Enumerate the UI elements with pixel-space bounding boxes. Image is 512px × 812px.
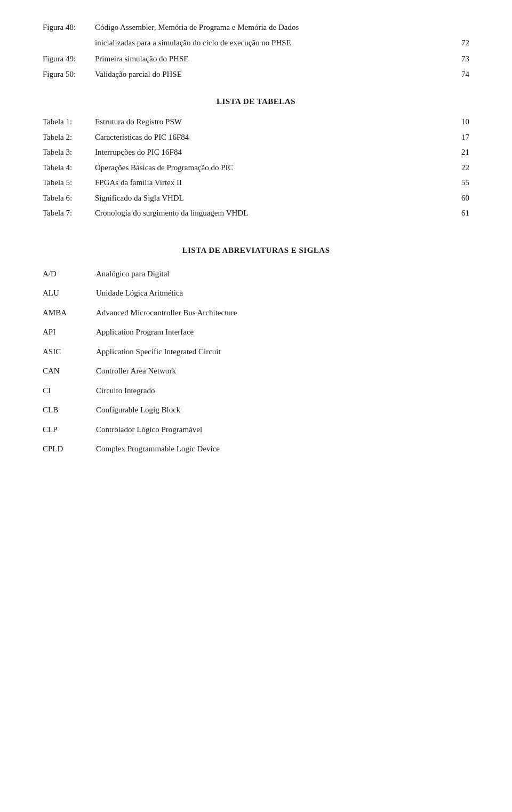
table-3-page: 21: [461, 146, 469, 158]
tables-section-title: LISTA DE TABELAS: [43, 97, 469, 106]
table-6-desc: Significado da Sigla VHDL: [95, 192, 453, 204]
abbrev-amba-label: AMBA: [43, 307, 96, 319]
table-5-entry: Tabela 5: FPGAs da família Virtex II 55: [43, 177, 469, 189]
table-7-page: 61: [461, 207, 469, 219]
figure-50-label: Figura 50:: [43, 68, 91, 81]
abbrev-api-label: API: [43, 326, 96, 338]
abbrev-ci-entry: CI Circuito Integrado: [43, 385, 469, 397]
tables-section: LISTA DE TABELAS Tabela 1: Estrutura do …: [43, 97, 469, 219]
abbrev-cpld-label: CPLD: [43, 443, 96, 455]
table-4-entry: Tabela 4: Operações Básicas de Programaç…: [43, 162, 469, 174]
figure-48-page-num: 72: [461, 37, 469, 49]
table-6-entry: Tabela 6: Significado da Sigla VHDL 60: [43, 192, 469, 204]
abbrev-ad-desc: Analógico para Digital: [96, 268, 469, 280]
table-1-page: 10: [461, 116, 469, 128]
figure-48-desc-line1: Código Assembler, Memória de Programa e …: [95, 21, 461, 34]
abbreviations-list: A/D Analógico para Digital ALU Unidade L…: [43, 268, 469, 455]
abbrev-clb-desc: Configurable Logig Block: [96, 404, 469, 416]
figure-48-label: Figura 48:: [43, 21, 91, 34]
abbrev-api-desc: Application Program Interface: [96, 326, 469, 338]
table-5-page: 55: [461, 177, 469, 189]
table-2-desc: Características do PIC 16F84: [95, 131, 453, 144]
table-4-page: 22: [461, 162, 469, 174]
abbrev-amba-entry: AMBA Advanced Microcontroller Bus Archit…: [43, 307, 469, 319]
table-1-label: Tabela 1:: [43, 116, 91, 128]
table-5-desc: FPGAs da família Virtex II: [95, 177, 453, 189]
table-1-entry: Tabela 1: Estrutura do Registro PSW 10: [43, 116, 469, 128]
abbrev-clp-entry: CLP Controlador Lógico Programável: [43, 424, 469, 436]
figure-48-entry: Figura 48: Código Assembler, Memória de …: [43, 21, 469, 34]
table-7-desc: Cronologia do surgimento da linguagem VH…: [95, 207, 453, 219]
abbrev-ad-label: A/D: [43, 268, 96, 280]
abbrev-alu-entry: ALU Unidade Lógica Aritmética: [43, 287, 469, 299]
abbrev-clp-desc: Controlador Lógico Programável: [96, 424, 469, 436]
table-2-label: Tabela 2:: [43, 131, 91, 144]
figure-48-block: Figura 48: Código Assembler, Memória de …: [43, 21, 469, 49]
figures-section: Figura 48: Código Assembler, Memória de …: [43, 21, 469, 80]
table-4-desc: Operações Básicas de Programação do PIC: [95, 162, 453, 174]
table-6-page: 60: [461, 192, 469, 204]
abbrev-asic-entry: ASIC Application Specific Integrated Cir…: [43, 346, 469, 358]
table-7-entry: Tabela 7: Cronologia do surgimento da li…: [43, 207, 469, 219]
abbrev-cpld-entry: CPLD Complex Programmable Logic Device: [43, 443, 469, 455]
table-1-desc: Estrutura do Registro PSW: [95, 116, 453, 128]
figure-48-continuation: inicializadas para a simulação do ciclo …: [43, 37, 469, 49]
abbrev-clp-label: CLP: [43, 424, 96, 436]
abbrev-can-desc: Controller Area Network: [96, 365, 469, 377]
abbrev-ci-desc: Circuito Integrado: [96, 385, 469, 397]
table-4-label: Tabela 4:: [43, 162, 91, 174]
figure-49-label: Figura 49:: [43, 53, 91, 65]
abbrev-ci-label: CI: [43, 385, 96, 397]
figure-49-desc: Primeira simulação do PHSE: [95, 53, 453, 65]
figure-49-page: 73: [461, 53, 469, 65]
table-5-label: Tabela 5:: [43, 177, 91, 189]
table-3-label: Tabela 3:: [43, 146, 91, 158]
abbrev-section: LISTA DE ABREVIATURAS E SIGLAS A/D Analó…: [43, 246, 469, 455]
table-2-entry: Tabela 2: Características do PIC 16F84 1…: [43, 131, 469, 144]
figure-50-desc: Validação parcial do PHSE: [95, 68, 453, 81]
table-6-label: Tabela 6:: [43, 192, 91, 204]
abbrev-ad-entry: A/D Analógico para Digital: [43, 268, 469, 280]
abbrev-can-label: CAN: [43, 365, 96, 377]
abbrev-clb-entry: CLB Configurable Logig Block: [43, 404, 469, 416]
abbrev-cpld-desc: Complex Programmable Logic Device: [96, 443, 469, 455]
figure-49-entry: Figura 49: Primeira simulação do PHSE 73: [43, 53, 469, 65]
abbrev-alu-desc: Unidade Lógica Aritmética: [96, 287, 469, 299]
abbrev-asic-label: ASIC: [43, 346, 96, 358]
table-3-desc: Interrupções do PIC 16F84: [95, 146, 453, 158]
abbrev-amba-desc: Advanced Microcontroller Bus Architectur…: [96, 307, 469, 319]
abbrev-section-title: LISTA DE ABREVIATURAS E SIGLAS: [43, 246, 469, 255]
figure-48-desc-line2: inicializadas para a simulação do ciclo …: [95, 37, 453, 49]
figure-50-page: 74: [461, 68, 469, 81]
abbrev-api-entry: API Application Program Interface: [43, 326, 469, 338]
abbrev-can-entry: CAN Controller Area Network: [43, 365, 469, 377]
abbrev-alu-label: ALU: [43, 287, 96, 299]
abbrev-asic-desc: Application Specific Integrated Circuit: [96, 346, 469, 358]
table-2-page: 17: [461, 131, 469, 144]
abbrev-clb-label: CLB: [43, 404, 96, 416]
figure-50-entry: Figura 50: Validação parcial do PHSE 74: [43, 68, 469, 81]
table-3-entry: Tabela 3: Interrupções do PIC 16F84 21: [43, 146, 469, 158]
tables-list: Tabela 1: Estrutura do Registro PSW 10 T…: [43, 116, 469, 219]
table-7-label: Tabela 7:: [43, 207, 91, 219]
